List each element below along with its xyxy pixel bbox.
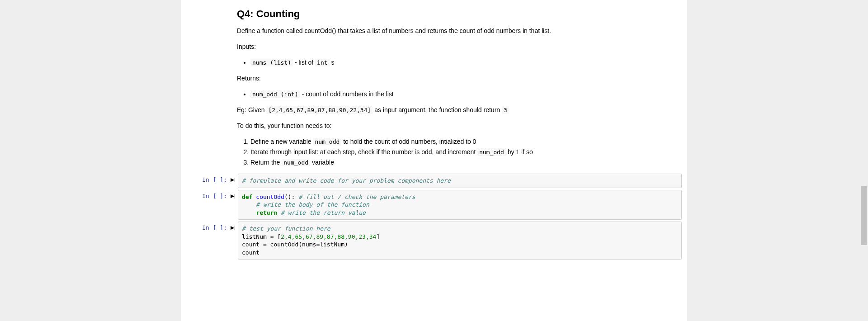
cell-prompt: In [ ]: <box>181 222 231 231</box>
code-keyword: return <box>256 209 277 216</box>
run-cell-icon[interactable]: ▶| <box>231 222 238 231</box>
intro-paragraph: Define a function called countOdd() that… <box>237 26 678 36</box>
text: - count of odd numbers in the list <box>300 90 394 98</box>
text: Iterate through input list: at each step… <box>250 148 477 156</box>
code-input[interactable]: # formulate and write code for your prob… <box>238 174 682 188</box>
code-inline: num_odd <box>313 138 342 146</box>
text: variable <box>310 159 334 166</box>
code-text: count <box>242 241 263 248</box>
code-inline: [2,4,65,67,89,87,88,90,22,34] <box>266 106 373 114</box>
code-comment: # test your function here <box>242 225 330 232</box>
text: by 1 if so <box>506 148 533 156</box>
inputs-list: nums (list) - list of int s <box>237 58 678 67</box>
code-inline: int <box>315 59 329 66</box>
text: to hold the count of odd numbers, intial… <box>341 138 476 145</box>
step-item: Iterate through input list: at each step… <box>250 147 678 157</box>
code-keyword: def <box>242 194 252 200</box>
code-cell[interactable]: In [ ]: ▶| # formulate and write code fo… <box>181 174 682 188</box>
text: as input argument, the function should r… <box>373 106 502 113</box>
run-cell-icon[interactable]: ▶| <box>231 190 238 199</box>
code-inline: num_odd (int) <box>250 90 300 98</box>
code-inline: nums (list) <box>250 59 293 66</box>
notebook-page: Q4: Counting Define a function called co… <box>181 0 687 321</box>
code-comment: # write the body of the function <box>256 201 369 208</box>
text: Return the <box>250 159 282 166</box>
code-inline: 3 <box>502 106 509 114</box>
returns-list: num_odd (int) - count of odd numbers in … <box>237 90 678 99</box>
code-cell[interactable]: In [ ]: ▶| # test your function here lis… <box>181 222 682 260</box>
code-inline: num_odd <box>477 148 506 156</box>
code-comment: # write the return value <box>281 209 366 216</box>
step-item: Return the num_odd variable <box>250 158 678 167</box>
code-text: count <box>242 249 259 256</box>
scrollbar-thumb[interactable] <box>861 186 867 245</box>
cell-prompt: In [ ]: <box>181 190 231 199</box>
returns-label: Returns: <box>237 74 678 83</box>
code-input[interactable]: # test your function here listNum = [2,4… <box>238 222 682 260</box>
inputs-label: Inputs: <box>237 42 678 52</box>
code-text: countOdd(nums <box>267 241 316 248</box>
text: Define a new variable <box>250 138 313 145</box>
returns-item: num_odd (int) - count of odd numbers in … <box>250 90 678 99</box>
code-cell[interactable]: In [ ]: ▶| def countOdd(): # fill out / … <box>181 190 682 220</box>
code-text: listNum <box>242 233 270 240</box>
code-inline: num_odd <box>282 159 310 166</box>
code-text: (): <box>284 194 295 200</box>
code-text: ] <box>376 233 380 240</box>
code-comment: # fill out / check the parameters <box>298 194 415 200</box>
run-cell-icon[interactable]: ▶| <box>231 174 238 183</box>
code-op: = <box>263 241 267 248</box>
code-text: listNum) <box>320 241 348 248</box>
text: Eg: Given <box>237 106 266 113</box>
code-text: [ <box>274 233 281 240</box>
todo-label: To do this, your function needs to: <box>237 121 678 131</box>
steps-list: Define a new variable num_odd to hold th… <box>237 137 678 167</box>
code-input[interactable]: def countOdd(): # fill out / check the p… <box>238 190 682 220</box>
code-comment: # formulate and write code for your prob… <box>242 177 451 184</box>
cell-prompt: In [ ]: <box>181 174 231 183</box>
code-funcname: countOdd <box>256 194 284 200</box>
markdown-cell: Q4: Counting Define a function called co… <box>237 0 678 167</box>
text: - list of <box>293 59 315 66</box>
example-paragraph: Eg: Given [2,4,65,67,89,87,88,90,22,34] … <box>237 105 678 115</box>
text: s <box>330 59 335 66</box>
code-number: 2,4,65,67,89,87,88,90,23,34 <box>281 233 376 240</box>
step-item: Define a new variable num_odd to hold th… <box>250 137 678 146</box>
inputs-item: nums (list) - list of int s <box>250 58 678 67</box>
question-heading: Q4: Counting <box>237 8 678 20</box>
